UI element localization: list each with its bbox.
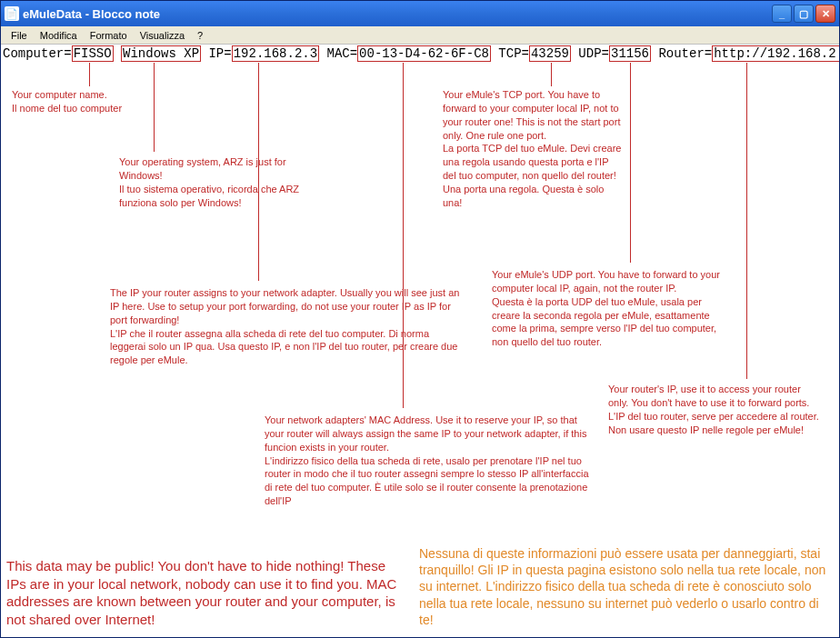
annotation-udp: Your eMule's UDP port. You have to forwa… xyxy=(492,268,724,349)
window-controls: _ ▢ ✕ xyxy=(772,5,835,23)
footer-note-italian: Nessuna di queste informazioni può esser… xyxy=(419,545,828,628)
value-ip: 192.168.2.3 xyxy=(232,45,319,62)
window-title: eMuleData - Blocco note xyxy=(23,7,160,21)
value-computer: FISSO xyxy=(72,45,114,62)
maximize-button[interactable]: ▢ xyxy=(794,5,814,23)
menubar: File Modifica Formato Visualizza ? xyxy=(1,26,839,45)
label-computer: Computer= xyxy=(3,46,72,61)
annotation-router: Your router's IP, use it to access your … xyxy=(608,383,822,436)
annotation-ip: The IP your router assigns to your netwo… xyxy=(110,286,465,367)
label-ip: IP= xyxy=(201,46,232,61)
editor-area[interactable]: Computer=FISSO Windows XP IP=192.168.2.3… xyxy=(1,45,839,637)
label-router: Router= xyxy=(651,46,712,61)
footer-note-english: This data may be public! You don't have … xyxy=(6,557,397,628)
notepad-app-icon: 📄 xyxy=(5,6,19,21)
label-udp: UDP= xyxy=(571,46,609,61)
menu-format[interactable]: Formato xyxy=(84,28,134,43)
annotation-computer: Your computer name. Il nome del tuo comp… xyxy=(12,88,157,115)
minimize-button[interactable]: _ xyxy=(772,5,792,23)
notepad-window: 📄 eMuleData - Blocco note _ ▢ ✕ File Mod… xyxy=(0,0,840,638)
menu-edit[interactable]: Modifica xyxy=(34,28,84,43)
connector-udp xyxy=(630,63,631,263)
connector-tcp xyxy=(551,63,552,86)
annotation-tcp: Your eMule's TCP port. You have to forwa… xyxy=(443,88,625,210)
connector-computer xyxy=(89,63,90,86)
annotation-mac: Your network adapters' MAC Address. Use … xyxy=(265,414,592,508)
label-mac: MAC= xyxy=(319,46,357,61)
connector-router xyxy=(746,63,747,379)
menu-file[interactable]: File xyxy=(5,28,34,43)
value-mac: 00-13-D4-62-6F-C8 xyxy=(357,45,491,62)
config-line: Computer=FISSO Windows XP IP=192.168.2.3… xyxy=(3,46,839,61)
titlebar[interactable]: 📄 eMuleData - Blocco note _ ▢ ✕ xyxy=(1,1,839,26)
annotation-os: Your operating system, ARZ is just for W… xyxy=(119,155,328,209)
menu-help[interactable]: ? xyxy=(191,28,209,43)
value-router: http://192.168.2.1 xyxy=(712,45,839,62)
close-button[interactable]: ✕ xyxy=(815,5,835,23)
value-os: Windows XP xyxy=(121,45,201,62)
menu-view[interactable]: Visualizza xyxy=(134,28,191,43)
value-udp: 31156 xyxy=(609,45,651,62)
label-tcp: TCP= xyxy=(491,46,529,61)
value-tcp: 43259 xyxy=(529,45,571,62)
